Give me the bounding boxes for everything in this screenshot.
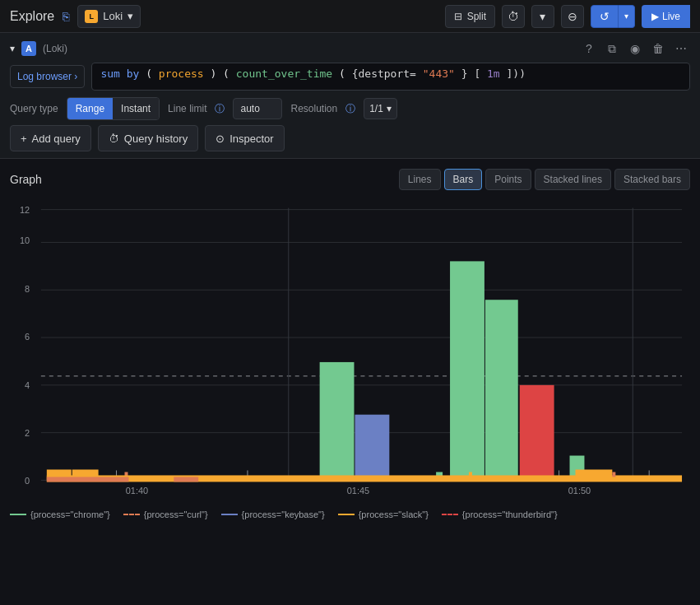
stacked-lines-button[interactable]: Stacked lines: [535, 169, 611, 190]
graph-header: Graph Lines Bars Points Stacked lines St…: [10, 169, 690, 190]
legend-curl-label: {process="curl"}: [144, 510, 208, 519]
clock-icon: ⏱: [508, 10, 519, 23]
query-input[interactable]: sum by ( process ) ( count_over_time ( {…: [91, 63, 690, 91]
add-query-label: Add query: [32, 133, 81, 145]
legend-slack-label: {process="slack"}: [359, 510, 429, 519]
collapse-button[interactable]: ▾: [10, 43, 15, 54]
zoom-out-icon: ⊖: [568, 10, 577, 23]
query-history-button[interactable]: ⏱ Query history: [98, 125, 198, 151]
bars-button[interactable]: Bars: [444, 169, 483, 190]
svg-text:6: 6: [25, 332, 30, 342]
split-label: Split: [467, 11, 486, 22]
svg-text:01:45: 01:45: [347, 486, 369, 496]
refresh-chevron-icon: ▾: [624, 12, 628, 21]
inspector-icon: ⊙: [216, 133, 225, 145]
legend-slack-color: [338, 514, 355, 515]
run-label: Live: [662, 11, 680, 22]
inspector-label: Inspector: [229, 133, 273, 145]
svg-text:2: 2: [25, 428, 30, 438]
instant-button[interactable]: Instant: [113, 98, 159, 119]
svg-text:0: 0: [25, 476, 30, 486]
add-query-button[interactable]: + Add query: [10, 125, 91, 151]
datasource-label: Loki: [103, 10, 123, 22]
trash-icon[interactable]: 🗑: [649, 40, 667, 58]
svg-rect-36: [47, 477, 129, 482]
graph-section: Graph Lines Bars Points Stacked lines St…: [0, 159, 700, 533]
legend-slack: {process="slack"}: [338, 510, 429, 519]
copy-icon[interactable]: ⧉: [603, 40, 621, 58]
resolution-select[interactable]: 1/1 ▾: [364, 98, 397, 119]
graph-type-buttons: Lines Bars Points Stacked lines Stacked …: [399, 169, 690, 190]
resolution-info-icon[interactable]: ⓘ: [345, 102, 355, 116]
svg-rect-37: [174, 477, 198, 482]
split-button[interactable]: ⊟ Split: [445, 5, 495, 28]
svg-rect-27: [320, 362, 355, 480]
time-picker-dropdown[interactable]: ▾: [531, 5, 554, 28]
zoom-out-button[interactable]: ⊖: [561, 5, 584, 28]
resolution-value: 1/1: [369, 103, 383, 114]
chart-svg: 0 2 4 6 8 10 12 01:40 01:45 01: [10, 197, 690, 501]
legend-keybase-color: [221, 514, 238, 515]
points-button[interactable]: Points: [485, 169, 531, 190]
topbar: Explore ⎘ L Loki ▾ ⊟ Split ⏱ ▾ ⊖ ↺: [0, 0, 700, 33]
refresh-dropdown[interactable]: ▾: [619, 5, 635, 28]
stacked-bars-button[interactable]: Stacked bars: [614, 169, 690, 190]
query-row-header: ▾ A (Loki) ? ⧉ ◉ 🗑 ⋯: [10, 40, 690, 58]
query-letter: A: [21, 41, 36, 56]
svg-rect-30: [450, 261, 484, 480]
legend-chrome-color: [10, 514, 26, 515]
chart-container: 0 2 4 6 8 10 12 01:40 01:45 01: [10, 197, 690, 501]
query-type-label: Query type: [10, 103, 58, 114]
line-limit-input[interactable]: [233, 98, 282, 119]
query-datasource-name: (Loki): [43, 43, 67, 54]
refresh-button[interactable]: ↺: [591, 5, 619, 28]
range-button[interactable]: Range: [67, 98, 113, 119]
svg-text:4: 4: [25, 380, 30, 390]
legend-thunderbird: {process="thunderbird"}: [442, 510, 558, 519]
app-title: Explore: [10, 9, 54, 24]
legend-chrome-label: {process="chrome"}: [30, 510, 110, 519]
play-icon: ▶: [651, 11, 659, 22]
svg-text:01:40: 01:40: [126, 486, 148, 496]
query-type-toggle: Range Instant: [67, 97, 160, 120]
run-button-group: ▶ Live: [642, 5, 690, 28]
svg-rect-32: [520, 385, 554, 481]
more-icon[interactable]: ⋯: [672, 40, 690, 58]
datasource-icon: L: [85, 10, 98, 23]
legend-keybase: {process="keybase"}: [221, 510, 325, 519]
svg-rect-31: [485, 300, 518, 480]
action-row: + Add query ⏱ Query history ⊙ Inspector: [10, 125, 690, 151]
query-row-icons: ? ⧉ ◉ 🗑 ⋯: [580, 40, 690, 58]
line-limit-info-icon[interactable]: ⓘ: [215, 102, 225, 116]
legend-keybase-label: {process="keybase"}: [242, 510, 325, 519]
help-icon[interactable]: ?: [580, 40, 598, 58]
run-button[interactable]: ▶ Live: [642, 5, 690, 28]
query-history-label: Query history: [124, 133, 188, 145]
resolution-chevron-icon: ▾: [387, 103, 392, 114]
datasource-selector[interactable]: L Loki ▾: [77, 5, 141, 28]
lines-button[interactable]: Lines: [399, 169, 441, 190]
legend: {process="chrome"} {process="curl"} {pro…: [10, 506, 690, 523]
legend-curl: {process="curl"}: [123, 510, 208, 519]
legend-thunderbird-color: [442, 514, 458, 515]
svg-rect-39: [612, 472, 615, 477]
query-panel: ▾ A (Loki) ? ⧉ ◉ 🗑 ⋯ Log browser › sum b…: [0, 33, 700, 159]
plus-icon: +: [21, 133, 27, 145]
resolution-label: Resolution: [290, 103, 337, 114]
log-browser-button[interactable]: Log browser ›: [10, 65, 85, 88]
chevron-down-icon: ▾: [540, 10, 545, 23]
legend-thunderbird-label: {process="thunderbird"}: [462, 510, 558, 519]
svg-rect-28: [355, 415, 389, 481]
datasource-chevron-icon: ▾: [127, 10, 133, 22]
share-icon[interactable]: ⎘: [63, 10, 69, 23]
inspector-button[interactable]: ⊙ Inspector: [205, 125, 284, 151]
time-picker-button[interactable]: ⏱: [502, 5, 525, 28]
legend-curl-color: [123, 514, 140, 515]
svg-text:10: 10: [20, 235, 30, 245]
query-options-row: Query type Range Instant Line limit ⓘ Re…: [10, 97, 690, 120]
svg-rect-35: [47, 475, 682, 482]
topbar-left: Explore ⎘ L Loki ▾: [10, 5, 141, 28]
refresh-icon: ↺: [600, 10, 610, 23]
eye-icon[interactable]: ◉: [626, 40, 644, 58]
svg-rect-38: [576, 469, 613, 476]
